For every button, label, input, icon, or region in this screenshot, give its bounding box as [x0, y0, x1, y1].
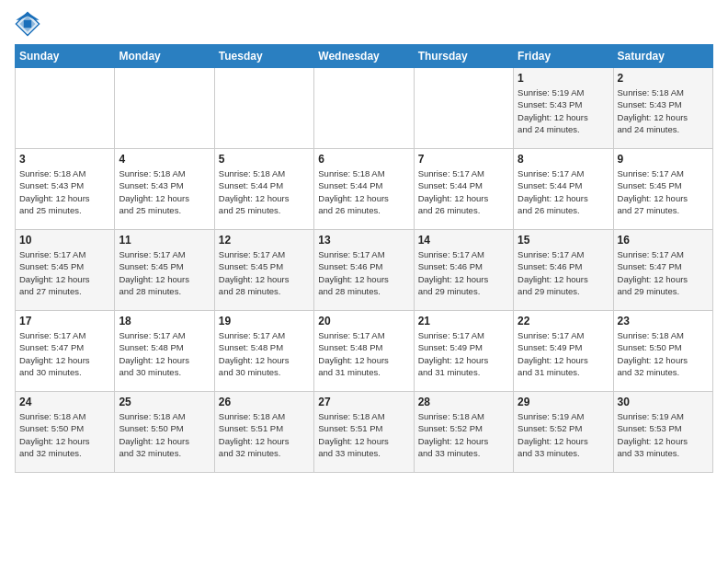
day-number: 7: [418, 153, 509, 166]
day-info: Sunrise: 5:18 AM Sunset: 5:51 PM Dayligh…: [318, 410, 409, 459]
calendar-cell: [214, 68, 313, 149]
day-number: 20: [318, 315, 409, 327]
weekday-header-row: SundayMondayTuesdayWednesdayThursdayFrid…: [16, 45, 713, 68]
day-number: 8: [518, 153, 609, 166]
day-number: 3: [19, 153, 110, 166]
calendar-cell: 16Sunrise: 5:17 AM Sunset: 5:47 PM Dayli…: [613, 230, 712, 311]
day-number: 15: [518, 234, 609, 247]
calendar-cell: 26Sunrise: 5:18 AM Sunset: 5:51 PM Dayli…: [214, 392, 313, 473]
day-number: 27: [318, 396, 409, 408]
day-info: Sunrise: 5:17 AM Sunset: 5:48 PM Dayligh…: [219, 329, 310, 378]
calendar-cell: 23Sunrise: 5:18 AM Sunset: 5:50 PM Dayli…: [613, 311, 712, 392]
day-number: 18: [119, 315, 210, 327]
calendar-cell: 4Sunrise: 5:18 AM Sunset: 5:43 PM Daylig…: [115, 149, 214, 230]
day-number: 21: [418, 315, 509, 327]
calendar-cell: 24Sunrise: 5:18 AM Sunset: 5:50 PM Dayli…: [16, 392, 115, 473]
calendar-cell: 12Sunrise: 5:17 AM Sunset: 5:45 PM Dayli…: [214, 230, 313, 311]
day-number: 30: [618, 396, 709, 408]
day-info: Sunrise: 5:17 AM Sunset: 5:46 PM Dayligh…: [418, 248, 509, 297]
day-number: 26: [219, 396, 310, 408]
day-info: Sunrise: 5:17 AM Sunset: 5:46 PM Dayligh…: [518, 248, 609, 297]
calendar-cell: 1Sunrise: 5:19 AM Sunset: 5:43 PM Daylig…: [514, 68, 613, 149]
day-info: Sunrise: 5:17 AM Sunset: 5:45 PM Dayligh…: [119, 248, 210, 297]
weekday-header-monday: Monday: [115, 45, 214, 68]
calendar-cell: 6Sunrise: 5:18 AM Sunset: 5:44 PM Daylig…: [314, 149, 414, 230]
svg-marker-3: [24, 20, 31, 28]
calendar-cell: 13Sunrise: 5:17 AM Sunset: 5:46 PM Dayli…: [314, 230, 414, 311]
day-info: Sunrise: 5:17 AM Sunset: 5:48 PM Dayligh…: [119, 329, 210, 378]
day-number: 24: [19, 396, 110, 408]
day-info: Sunrise: 5:17 AM Sunset: 5:48 PM Dayligh…: [318, 329, 409, 378]
day-number: 14: [418, 234, 509, 247]
day-number: 6: [318, 153, 409, 166]
day-info: Sunrise: 5:18 AM Sunset: 5:43 PM Dayligh…: [19, 167, 110, 216]
week-row-1: 1Sunrise: 5:19 AM Sunset: 5:43 PM Daylig…: [16, 68, 713, 149]
day-number: 11: [119, 234, 210, 247]
calendar-cell: 28Sunrise: 5:18 AM Sunset: 5:52 PM Dayli…: [414, 392, 513, 473]
day-info: Sunrise: 5:17 AM Sunset: 5:45 PM Dayligh…: [19, 248, 110, 297]
day-number: 13: [318, 234, 409, 247]
weekday-header-thursday: Thursday: [414, 45, 513, 68]
logo: [15, 11, 44, 37]
week-row-5: 24Sunrise: 5:18 AM Sunset: 5:50 PM Dayli…: [16, 392, 713, 473]
day-info: Sunrise: 5:18 AM Sunset: 5:50 PM Dayligh…: [618, 329, 709, 378]
calendar-cell: 9Sunrise: 5:17 AM Sunset: 5:45 PM Daylig…: [613, 149, 712, 230]
weekday-header-tuesday: Tuesday: [214, 45, 313, 68]
weekday-header-friday: Friday: [514, 45, 613, 68]
day-number: 19: [219, 315, 310, 327]
calendar-cell: 5Sunrise: 5:18 AM Sunset: 5:44 PM Daylig…: [214, 149, 313, 230]
day-number: 2: [618, 72, 709, 85]
calendar-cell: 27Sunrise: 5:18 AM Sunset: 5:51 PM Dayli…: [314, 392, 414, 473]
day-info: Sunrise: 5:18 AM Sunset: 5:50 PM Dayligh…: [119, 410, 210, 459]
calendar-cell: 25Sunrise: 5:18 AM Sunset: 5:50 PM Dayli…: [115, 392, 214, 473]
logo-icon: [15, 11, 40, 37]
day-info: Sunrise: 5:17 AM Sunset: 5:46 PM Dayligh…: [318, 248, 409, 297]
week-row-2: 3Sunrise: 5:18 AM Sunset: 5:43 PM Daylig…: [16, 149, 713, 230]
day-info: Sunrise: 5:18 AM Sunset: 5:43 PM Dayligh…: [618, 86, 709, 135]
calendar-cell: 2Sunrise: 5:18 AM Sunset: 5:43 PM Daylig…: [613, 68, 712, 149]
day-info: Sunrise: 5:17 AM Sunset: 5:47 PM Dayligh…: [618, 248, 709, 297]
day-info: Sunrise: 5:19 AM Sunset: 5:43 PM Dayligh…: [518, 86, 609, 135]
calendar-table: SundayMondayTuesdayWednesdayThursdayFrid…: [15, 44, 713, 473]
day-number: 5: [219, 153, 310, 166]
day-info: Sunrise: 5:17 AM Sunset: 5:45 PM Dayligh…: [219, 248, 310, 297]
calendar-cell: 29Sunrise: 5:19 AM Sunset: 5:52 PM Dayli…: [514, 392, 613, 473]
day-number: 4: [119, 153, 210, 166]
day-info: Sunrise: 5:17 AM Sunset: 5:49 PM Dayligh…: [518, 329, 609, 378]
calendar-cell: [16, 68, 115, 149]
day-info: Sunrise: 5:18 AM Sunset: 5:50 PM Dayligh…: [19, 410, 110, 459]
day-number: 28: [418, 396, 509, 408]
calendar-cell: 30Sunrise: 5:19 AM Sunset: 5:53 PM Dayli…: [613, 392, 712, 473]
day-info: Sunrise: 5:17 AM Sunset: 5:49 PM Dayligh…: [418, 329, 509, 378]
header: [15, 11, 713, 37]
day-number: 25: [119, 396, 210, 408]
day-info: Sunrise: 5:17 AM Sunset: 5:44 PM Dayligh…: [418, 167, 509, 216]
day-number: 16: [618, 234, 709, 247]
calendar-cell: 3Sunrise: 5:18 AM Sunset: 5:43 PM Daylig…: [16, 149, 115, 230]
day-info: Sunrise: 5:18 AM Sunset: 5:44 PM Dayligh…: [318, 167, 409, 216]
calendar-cell: 8Sunrise: 5:17 AM Sunset: 5:44 PM Daylig…: [514, 149, 613, 230]
day-number: 10: [19, 234, 110, 247]
calendar-cell: 15Sunrise: 5:17 AM Sunset: 5:46 PM Dayli…: [514, 230, 613, 311]
day-info: Sunrise: 5:18 AM Sunset: 5:52 PM Dayligh…: [418, 410, 509, 459]
day-number: 1: [518, 72, 609, 85]
calendar-cell: 11Sunrise: 5:17 AM Sunset: 5:45 PM Dayli…: [115, 230, 214, 311]
day-number: 22: [518, 315, 609, 327]
day-number: 23: [618, 315, 709, 327]
day-info: Sunrise: 5:18 AM Sunset: 5:44 PM Dayligh…: [219, 167, 310, 216]
calendar-cell: [414, 68, 513, 149]
day-info: Sunrise: 5:17 AM Sunset: 5:45 PM Dayligh…: [618, 167, 709, 216]
day-info: Sunrise: 5:17 AM Sunset: 5:47 PM Dayligh…: [19, 329, 110, 378]
week-row-3: 10Sunrise: 5:17 AM Sunset: 5:45 PM Dayli…: [16, 230, 713, 311]
day-info: Sunrise: 5:18 AM Sunset: 5:43 PM Dayligh…: [119, 167, 210, 216]
weekday-header-sunday: Sunday: [16, 45, 115, 68]
calendar-cell: [115, 68, 214, 149]
calendar-cell: [314, 68, 414, 149]
calendar-cell: 7Sunrise: 5:17 AM Sunset: 5:44 PM Daylig…: [414, 149, 513, 230]
day-number: 29: [518, 396, 609, 408]
day-number: 17: [19, 315, 110, 327]
day-info: Sunrise: 5:18 AM Sunset: 5:51 PM Dayligh…: [219, 410, 310, 459]
calendar-cell: 19Sunrise: 5:17 AM Sunset: 5:48 PM Dayli…: [214, 311, 313, 392]
weekday-header-saturday: Saturday: [613, 45, 712, 68]
calendar-cell: 17Sunrise: 5:17 AM Sunset: 5:47 PM Dayli…: [16, 311, 115, 392]
